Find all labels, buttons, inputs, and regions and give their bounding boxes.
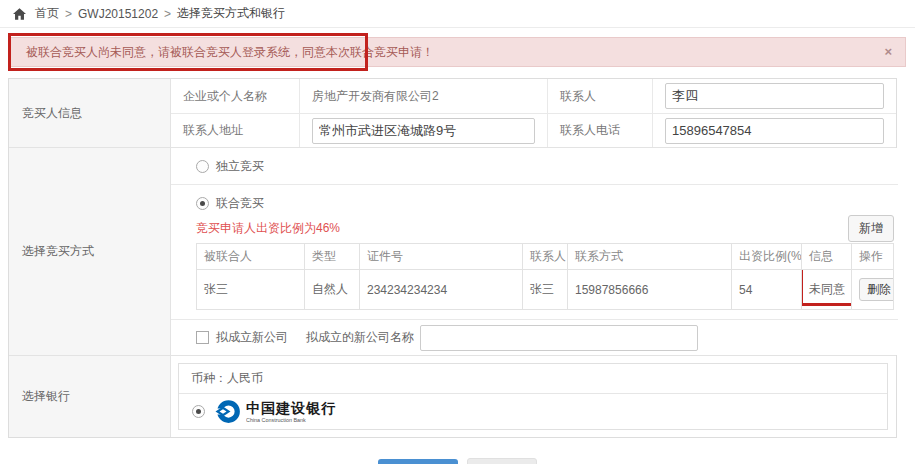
- bank-name-cn: 中国建设银行: [246, 401, 336, 415]
- bank-ccb-radio[interactable]: [192, 405, 205, 418]
- partner-ratio-cell: 54: [732, 270, 802, 310]
- add-partner-button[interactable]: 新增: [848, 215, 894, 242]
- breadcrumb-separator: >: [164, 7, 171, 21]
- col-header-type: 类型: [305, 244, 360, 270]
- bank-name-en: China Construction Bank: [246, 417, 327, 422]
- partner-name-cell: 张三: [197, 270, 305, 310]
- col-header-contact-method: 联系方式: [568, 244, 732, 270]
- bid-form: 竞买人信息 企业或个人名称 房地产开发商有限公司2 联系人 联系人地址 联系人电…: [8, 78, 897, 438]
- partner-action-cell: 删除: [852, 270, 894, 310]
- ccb-bank-logo-icon: [215, 399, 240, 424]
- new-company-name-label: 拟成立的新公司名称: [306, 329, 414, 346]
- table-row: 张三 自然人 234234234234 张三 15987856666 54 未同…: [197, 270, 894, 310]
- independent-bid-label: 独立竞买: [216, 158, 264, 175]
- close-icon[interactable]: ×: [884, 45, 892, 58]
- partner-status-cell: 未同意: [802, 270, 852, 310]
- breadcrumb-separator: >: [65, 7, 72, 21]
- footer-actions: 缴纳保证金 返回地块: [0, 458, 915, 464]
- phone-label: 联系人电话: [548, 114, 653, 147]
- breadcrumb: 首页 > GWJ20151202 > 选择竞买方式和银行: [0, 0, 915, 28]
- joint-bid-label: 联合竞买: [216, 195, 264, 212]
- partner-type-cell: 自然人: [305, 270, 360, 310]
- alert-banner: 被联合竞买人尚未同意，请被联合竞买人登录系统，同意本次联合竞买申请！ ×: [8, 37, 906, 67]
- company-name-label: 企业或个人名称: [171, 79, 300, 113]
- new-company-checkbox[interactable]: [196, 331, 209, 344]
- bid-method-row: 选择竞买方式 独立竞买 联合竞买 竞买申请人出资比例为46% 新增: [9, 148, 896, 356]
- breadcrumb-parcel[interactable]: GWJ20151202: [78, 7, 158, 21]
- new-company-name-input[interactable]: [420, 325, 698, 351]
- currency-label: 币种：人民币: [179, 364, 887, 394]
- col-header-action: 操作: [852, 244, 894, 270]
- joint-partner-table: 被联合人 类型 证件号 联系人 联系方式 出资比例(%) 信息 操作 张三: [196, 243, 894, 310]
- new-company-checkbox-label: 拟成立新公司: [216, 329, 288, 346]
- bank-name-block: 中国建设银行 China Construction Bank: [246, 401, 336, 423]
- pay-deposit-button[interactable]: 缴纳保证金: [378, 459, 458, 464]
- section-label-bank: 选择银行: [9, 356, 171, 437]
- section-label-bid-method: 选择竞买方式: [9, 148, 171, 355]
- section-label-bidder-info: 竞买人信息: [9, 79, 171, 147]
- bidder-info-row: 竞买人信息 企业或个人名称 房地产开发商有限公司2 联系人 联系人地址 联系人电…: [9, 79, 896, 148]
- back-to-parcel-button[interactable]: 返回地块: [467, 458, 537, 464]
- partner-contact-cell: 张三: [523, 270, 568, 310]
- contact-label: 联系人: [548, 79, 653, 113]
- joint-bid-radio[interactable]: [196, 197, 209, 210]
- col-header-id-number: 证件号: [360, 244, 523, 270]
- bank-panel: 币种：人民币 中国建设银行 China Construction Bank: [178, 363, 888, 430]
- partner-id-cell: 234234234234: [360, 270, 523, 310]
- delete-partner-button[interactable]: 删除: [859, 278, 894, 301]
- applicant-ratio-note: 竞买申请人出资比例为46%: [196, 220, 340, 237]
- status-badge: 未同意: [809, 282, 845, 296]
- partner-phone-cell: 15987856666: [568, 270, 732, 310]
- breadcrumb-home[interactable]: 首页: [35, 5, 59, 22]
- home-icon[interactable]: [13, 8, 26, 20]
- col-header-contact: 联系人: [523, 244, 568, 270]
- phone-input[interactable]: [665, 118, 884, 144]
- col-header-partner: 被联合人: [197, 244, 305, 270]
- bank-row: 选择银行 币种：人民币 中国建设银行: [9, 356, 896, 437]
- breadcrumb-current-page: 选择竞买方式和银行: [177, 5, 285, 22]
- company-name-value: 房地产开发商有限公司2: [312, 88, 439, 105]
- address-label: 联系人地址: [171, 114, 300, 147]
- independent-bid-radio[interactable]: [196, 160, 209, 173]
- alert-message: 被联合竞买人尚未同意，请被联合竞买人登录系统，同意本次联合竞买申请！: [26, 44, 434, 61]
- contact-input[interactable]: [665, 83, 884, 109]
- address-input[interactable]: [312, 118, 535, 144]
- col-header-status: 信息: [802, 244, 852, 270]
- col-header-ratio: 出资比例(%): [732, 244, 802, 270]
